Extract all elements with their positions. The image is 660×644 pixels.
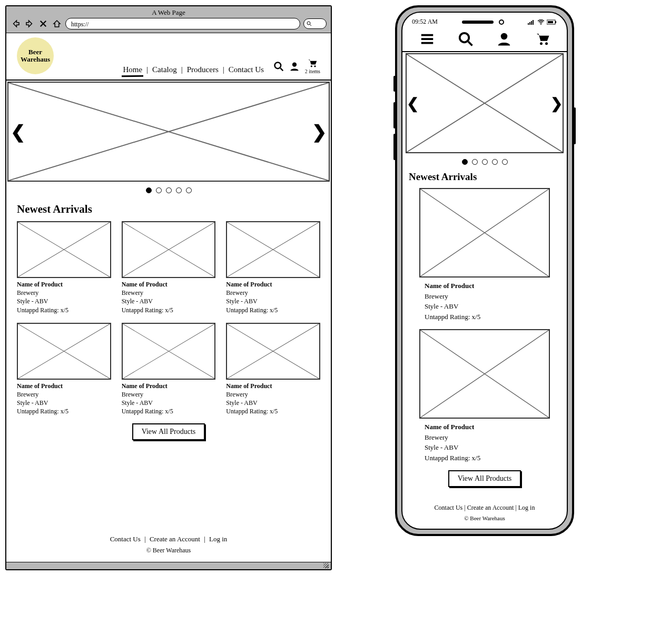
- nav-contact[interactable]: Contact Us: [229, 65, 264, 74]
- product-name: Name of Product: [17, 280, 111, 289]
- footer-contact[interactable]: Contact Us: [435, 504, 463, 511]
- product-card[interactable]: Name of Product Brewery Style - ABV Unta…: [17, 221, 111, 314]
- search-icon[interactable]: [273, 61, 284, 72]
- view-all-button[interactable]: View All Products: [448, 470, 521, 487]
- phone-side-button: [574, 107, 576, 144]
- carousel-next-icon[interactable]: ❯: [312, 121, 327, 142]
- svg-rect-12: [548, 21, 553, 23]
- carousel-image-placeholder: [406, 53, 564, 153]
- carousel-dot[interactable]: [472, 159, 478, 165]
- svg-rect-6: [529, 22, 530, 25]
- product-rating: Untappd Rating: x/5: [122, 306, 216, 314]
- footer-contact[interactable]: Contact Us: [110, 535, 141, 543]
- status-bar: 09:52 AM: [402, 13, 567, 28]
- product-rating: Untappd Rating: x/5: [17, 306, 111, 314]
- carousel-dot[interactable]: [186, 187, 192, 193]
- search-icon[interactable]: [458, 31, 474, 47]
- carousel-dot[interactable]: [462, 159, 468, 165]
- wifi-icon: [537, 19, 545, 25]
- svg-point-14: [500, 33, 507, 40]
- forward-icon[interactable]: [24, 18, 35, 29]
- cart-count: 2 items: [305, 68, 320, 74]
- browser-title: A Web Page: [11, 8, 327, 17]
- browser-window: A Web Page https:// Beer Warehaus Home |…: [5, 5, 332, 570]
- product-brewery: Brewery: [226, 289, 320, 297]
- stop-icon[interactable]: [38, 18, 48, 29]
- svg-point-9: [540, 24, 541, 25]
- logo[interactable]: Beer Warehaus: [17, 37, 54, 74]
- carousel-dot[interactable]: [146, 187, 152, 193]
- nav-links: Home | Catalog | Producers | Contact Us: [123, 65, 263, 74]
- carousel-dot[interactable]: [166, 187, 172, 193]
- signal-icon: [528, 19, 535, 25]
- product-style: Style - ABV: [17, 399, 111, 407]
- home-icon[interactable]: [52, 18, 62, 29]
- phone-side-button: [393, 134, 396, 160]
- product-rating: Untappd Rating: x/5: [226, 306, 320, 314]
- product-style: Style - ABV: [226, 297, 320, 305]
- nav-catalog[interactable]: Catalog: [152, 65, 177, 74]
- product-name: Name of Product: [425, 281, 545, 291]
- footer-login[interactable]: Log in: [518, 504, 535, 511]
- user-icon[interactable]: [289, 61, 300, 72]
- product-image-placeholder: [17, 323, 111, 380]
- user-icon[interactable]: [496, 31, 512, 47]
- footer-login[interactable]: Log in: [209, 535, 227, 543]
- product-card[interactable]: Name of Product Brewery Style - ABV Unta…: [226, 221, 320, 314]
- carousel-dot[interactable]: [492, 159, 498, 165]
- svg-rect-5: [528, 23, 529, 25]
- hero-carousel: ❮ ❯: [6, 82, 331, 182]
- nav-producers[interactable]: Producers: [187, 65, 219, 74]
- carousel-dot[interactable]: [482, 159, 488, 165]
- cart-icon: [307, 58, 318, 68]
- section-title: Newest Arrivals: [17, 203, 320, 216]
- product-style: Style - ABV: [17, 297, 111, 305]
- browser-search-icon[interactable]: [303, 18, 327, 29]
- carousel-prev-icon[interactable]: ❮: [407, 95, 419, 112]
- product-brewery: Brewery: [122, 289, 216, 297]
- hamburger-icon[interactable]: [419, 31, 435, 47]
- product-card[interactable]: Name of Product Brewery Style - ABV Unta…: [122, 221, 216, 314]
- product-name: Name of Product: [425, 422, 545, 432]
- mobile-newest-arrivals: Newest Arrivals Name of Product Brewery …: [402, 171, 567, 494]
- svg-point-16: [545, 42, 548, 45]
- carousel-prev-icon[interactable]: ❮: [11, 121, 25, 142]
- url-input[interactable]: https://: [65, 18, 300, 29]
- footer-copyright: © Beer Warehaus: [402, 515, 567, 521]
- product-card[interactable]: Name of Product Brewery Style - ABV Unta…: [17, 323, 111, 416]
- product-card[interactable]: Name of Product Brewery Style - ABV Unta…: [409, 329, 560, 463]
- product-rating: Untappd Rating: x/5: [17, 407, 111, 415]
- product-card[interactable]: Name of Product Brewery Style - ABV Unta…: [409, 188, 560, 322]
- site-footer: Contact Us | Create an Account | Log in …: [6, 451, 331, 562]
- svg-point-13: [459, 33, 469, 43]
- product-style: Style - ABV: [425, 442, 545, 453]
- carousel-dot[interactable]: [176, 187, 182, 193]
- section-title: Newest Arrivals: [409, 171, 560, 183]
- product-card[interactable]: Name of Product Brewery Style - ABV Unta…: [122, 323, 216, 416]
- site-header: Beer Warehaus Home | Catalog | Producers…: [6, 33, 331, 81]
- battery-icon: [547, 19, 557, 25]
- product-name: Name of Product: [226, 382, 320, 390]
- svg-rect-8: [533, 20, 534, 25]
- carousel-dot[interactable]: [156, 187, 162, 193]
- product-image-placeholder: [419, 329, 550, 419]
- footer-create-account[interactable]: Create an Account: [150, 535, 200, 543]
- nav-home[interactable]: Home: [123, 65, 142, 74]
- svg-rect-7: [531, 21, 532, 25]
- svg-point-2: [292, 62, 297, 66]
- cart-button[interactable]: 2 items: [305, 58, 320, 74]
- svg-point-0: [307, 22, 310, 25]
- product-rating: Untappd Rating: x/5: [425, 453, 545, 463]
- back-icon[interactable]: [11, 18, 21, 29]
- carousel-next-icon[interactable]: ❯: [550, 95, 563, 112]
- footer-create-account[interactable]: Create an Account: [467, 504, 514, 511]
- resize-handle[interactable]: [6, 562, 331, 569]
- phone-side-button: [393, 76, 396, 92]
- carousel-dot[interactable]: [502, 159, 508, 165]
- view-all-button[interactable]: View All Products: [132, 423, 205, 440]
- product-card[interactable]: Name of Product Brewery Style - ABV Unta…: [226, 323, 320, 416]
- product-name: Name of Product: [122, 280, 216, 289]
- footer-copyright: © Beer Warehaus: [6, 547, 331, 554]
- product-style: Style - ABV: [425, 301, 545, 312]
- cart-icon[interactable]: [535, 31, 550, 47]
